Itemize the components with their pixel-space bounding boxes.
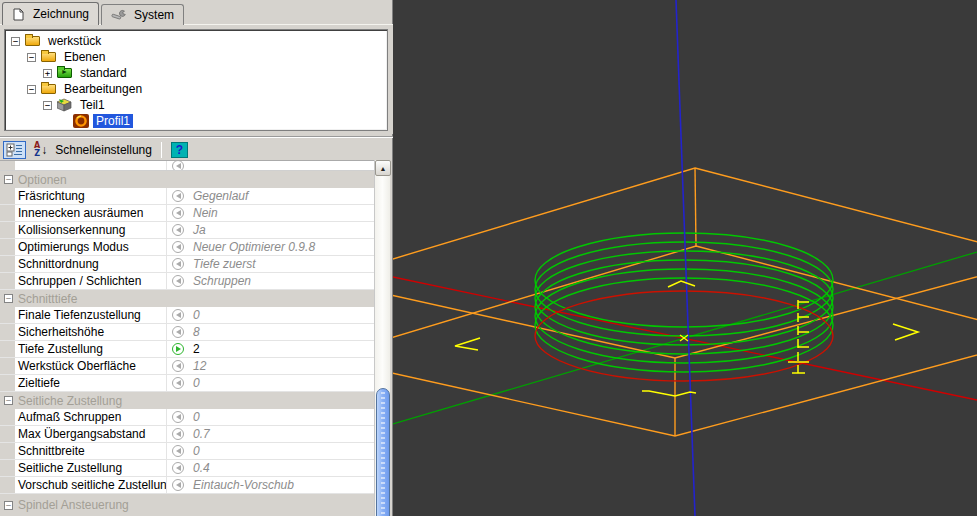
group-gutter	[0, 460, 15, 476]
property-value[interactable]: 0	[189, 409, 374, 425]
group-gutter	[0, 256, 15, 272]
property-value[interactable]: 0	[189, 443, 374, 459]
tree-item-profil1[interactable]: Profil1	[5, 113, 387, 129]
property-group-optionen[interactable]: −Optionen	[0, 171, 374, 188]
tree-item-werkstück[interactable]: −werkstück	[5, 33, 387, 49]
tab-zeichnung[interactable]: Zeichnung	[2, 2, 99, 25]
property-row-vorschub-seitliche-zustellung[interactable]: Vorschub seitliche ZustellungEintauch-Vo…	[0, 477, 374, 494]
property-value[interactable]: Neuer Optimierer 0.9.8	[189, 239, 374, 255]
tree-expander[interactable]: +	[43, 69, 52, 78]
quick-settings-button[interactable]: Schnelleinstellung	[55, 143, 152, 157]
group-title: Spindel Ansteuerung	[18, 498, 129, 512]
property-row-aufma-schruppen[interactable]: Aufmaß Schruppen0	[0, 409, 374, 426]
property-value[interactable]: Schruppen	[189, 273, 374, 289]
property-label: Schnittordnung	[15, 256, 167, 272]
apply-arrow-icon	[172, 309, 184, 321]
panel-divider	[0, 136, 393, 138]
property-group-schnitttiefe[interactable]: −Schnitttiefe	[0, 290, 374, 307]
property-row-finale-tiefenzustellung[interactable]: Finale Tiefenzustellung0	[0, 307, 374, 324]
property-row-sicherheitsh-he[interactable]: Sicherheitshöhe8	[0, 324, 374, 341]
group-gutter	[0, 188, 15, 204]
folder-icon	[25, 36, 40, 46]
categorized-icon	[6, 143, 23, 157]
viewport-3d[interactable]	[393, 0, 977, 516]
property-label: Schruppen / Schlichten	[15, 273, 167, 289]
categorized-view-button[interactable]	[3, 141, 26, 159]
property-label: Schnittbreite	[15, 443, 167, 459]
property-value[interactable]: 0.7	[189, 426, 374, 442]
group-collapse-icon[interactable]: −	[4, 396, 13, 405]
property-value[interactable]: 8	[189, 324, 374, 340]
property-group-spindel-ansteuerung[interactable]: −Spindel Ansteuerung	[0, 494, 374, 516]
tree-item-standard[interactable]: +standard	[5, 65, 387, 81]
group-gutter	[0, 426, 15, 442]
property-label	[15, 161, 167, 170]
property-value[interactable]: Gegenlauf	[189, 188, 374, 204]
property-label: Max Übergangsabstand	[15, 426, 167, 442]
apply-arrow-icon-active	[172, 343, 184, 355]
tree-expander[interactable]: −	[11, 37, 20, 46]
tree-item-label: Bearbeitungen	[61, 82, 145, 96]
property-grid-scrollbar[interactable]: ▲	[374, 160, 390, 516]
folder-icon	[41, 84, 56, 94]
group-gutter	[0, 324, 15, 340]
property-value[interactable]: Tiefe zuerst	[189, 256, 374, 272]
property-row-max-bergangsabstand[interactable]: Max Übergangsabstand0.7	[0, 426, 374, 443]
property-row-schruppen-schlichten[interactable]: Schruppen / SchlichtenSchruppen	[0, 273, 374, 290]
property-row-clipped[interactable]	[0, 161, 374, 171]
apply-arrow-icon	[172, 462, 184, 474]
apply-arrow-icon	[172, 258, 184, 270]
group-collapse-icon[interactable]: −	[4, 294, 13, 303]
group-collapse-icon[interactable]: −	[4, 175, 13, 184]
property-value[interactable]	[189, 161, 374, 170]
scroll-up-button[interactable]: ▲	[375, 160, 391, 176]
property-value[interactable]: 0	[189, 307, 374, 323]
toolbar-separator	[161, 142, 162, 158]
tree-item-bearbeitungen[interactable]: −Bearbeitungen	[5, 81, 387, 97]
property-row-schnittbreite[interactable]: Schnittbreite0	[0, 443, 374, 460]
tree-item-ebenen[interactable]: −Ebenen	[5, 49, 387, 65]
scrollbar-thumb[interactable]	[376, 388, 390, 516]
property-value[interactable]: 2	[189, 341, 374, 357]
tree-expander[interactable]: −	[27, 85, 36, 94]
property-row-zieltiefe[interactable]: Zieltiefe0	[0, 375, 374, 392]
group-gutter	[0, 443, 15, 459]
tab-label: System	[134, 8, 174, 22]
property-row-innenecken-ausr-umen[interactable]: Innenecken ausräumenNein	[0, 205, 374, 222]
property-value[interactable]: Eintauch-Vorschub	[189, 477, 374, 493]
tree-expander[interactable]: −	[27, 53, 36, 62]
property-value[interactable]: 0.4	[189, 460, 374, 476]
tree-item-teil1[interactable]: −Teil1	[5, 97, 387, 113]
property-row-optimierungs-modus[interactable]: Optimierungs ModusNeuer Optimierer 0.9.8	[0, 239, 374, 256]
property-row-fr-srichtung[interactable]: FräsrichtungGegenlauf	[0, 188, 374, 205]
property-row-tiefe-zustellung[interactable]: Tiefe Zustellung2	[0, 341, 374, 358]
group-title: Seitliche Zustellung	[18, 394, 122, 408]
tab-system[interactable]: System	[101, 4, 184, 25]
property-row-schnittordnung[interactable]: SchnittordnungTiefe zuerst	[0, 256, 374, 273]
property-value[interactable]: 0	[189, 375, 374, 391]
property-row-werkst-ck-oberfl-che[interactable]: Werkstück Oberfläche12	[0, 358, 374, 375]
property-row-seitliche-zustellung[interactable]: Seitliche Zustellung0.4	[0, 460, 374, 477]
help-button[interactable]: ?	[171, 142, 188, 158]
tree-item-label: Profil1	[93, 114, 133, 128]
property-value[interactable]: 12	[189, 358, 374, 374]
property-label: Innenecken ausräumen	[15, 205, 167, 221]
tree-item-label: werkstück	[45, 34, 104, 48]
property-value[interactable]: Ja	[189, 222, 374, 238]
property-value[interactable]: Nein	[189, 205, 374, 221]
apply-arrow-icon	[172, 241, 184, 253]
property-row-kollisionserkennung[interactable]: KollisionserkennungJa	[0, 222, 374, 239]
sort-az-icon: AZ	[34, 142, 40, 158]
apply-arrow-icon	[172, 428, 184, 440]
apply-arrow-icon	[172, 224, 184, 236]
property-group-seitliche-zustellung[interactable]: −Seitliche Zustellung	[0, 392, 374, 409]
tree-expander[interactable]: −	[43, 101, 52, 110]
group-collapse-icon[interactable]: −	[4, 501, 13, 510]
property-toolbar: AZ ↓ Schnelleinstellung ?	[0, 140, 393, 160]
project-tree: −werkstück−Ebenen+standard−Bearbeitungen…	[4, 29, 388, 131]
apply-arrow-icon	[172, 479, 184, 491]
apply-arrow-icon	[172, 377, 184, 389]
sort-alphabetical-button[interactable]: AZ ↓	[32, 141, 49, 159]
property-label: Sicherheitshöhe	[15, 324, 167, 340]
group-gutter	[0, 307, 15, 323]
